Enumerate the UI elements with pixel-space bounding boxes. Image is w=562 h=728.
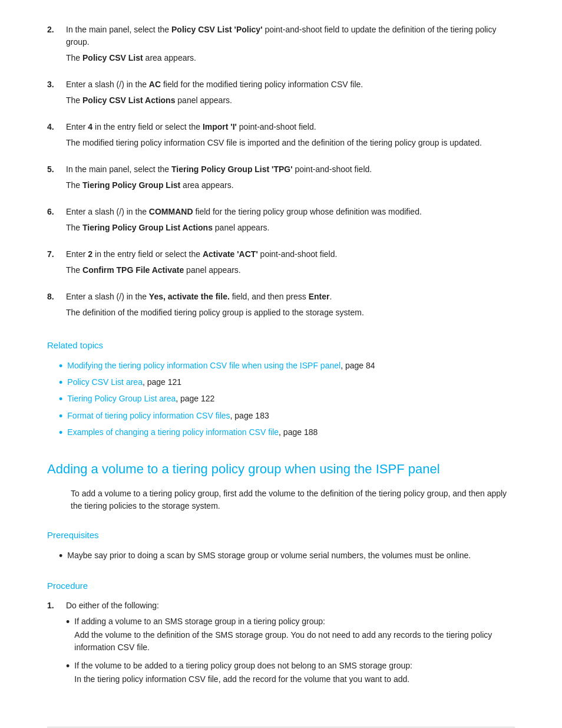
bullet-icon-4: •: [59, 410, 62, 423]
proc-step-1-content: Do either of the following: • If adding …: [66, 599, 515, 691]
proc-sub-1-content: If adding a volume to an SMS storage gro…: [74, 615, 515, 655]
related-link-2-text: Policy CSV List area, page 121: [67, 376, 181, 388]
step-3-main: Enter a slash (/) in the AC field for th…: [66, 78, 515, 91]
proc-step-1: 1. Do either of the following: • If addi…: [47, 599, 515, 691]
steps-list: 2. In the main panel, select the Policy …: [47, 24, 515, 322]
proc-sub-1-detail: Add the volume to the definition of the …: [74, 629, 515, 654]
step-5: 5. In the main panel, select the Tiering…: [47, 163, 515, 195]
proc-sub-1: • If adding a volume to an SMS storage g…: [66, 615, 515, 655]
chapter-intro: To add a volume to a tiering policy grou…: [71, 487, 515, 512]
step-2-main: In the main panel, select the Policy CSV…: [66, 24, 515, 48]
related-link-3: • Tiering Policy Group List area, page 1…: [59, 393, 515, 406]
step-7-content: Enter 2 in the entry field or select the…: [66, 248, 515, 280]
related-link-1-anchor[interactable]: Modifying the tiering policy information…: [67, 361, 340, 370]
proc-sub-list: • If adding a volume to an SMS storage g…: [66, 615, 515, 687]
step-2-result: The Policy CSV List area appears.: [66, 52, 515, 64]
step-6-main: Enter a slash (/) in the COMMAND field f…: [66, 206, 515, 218]
step-6-content: Enter a slash (/) in the COMMAND field f…: [66, 206, 515, 238]
step-7-result: The Confirm TPG File Activate panel appe…: [66, 264, 515, 276]
related-link-2-anchor[interactable]: Policy CSV List area: [67, 377, 143, 387]
step-6-num: 6.: [47, 206, 59, 238]
prerequisite-1: • Maybe say prior to doing a scan by SMS…: [59, 549, 515, 563]
step-8: 8. Enter a slash (/) in the Yes, activat…: [47, 291, 515, 322]
related-link-4: • Format of tiering policy information C…: [59, 410, 515, 423]
related-topics-title: Related topics: [47, 339, 515, 353]
related-link-5-anchor[interactable]: Examples of changing a tiering policy in…: [67, 427, 279, 437]
proc-step-1-num: 1.: [47, 599, 59, 691]
step-6: 6. Enter a slash (/) in the COMMAND fiel…: [47, 206, 515, 238]
related-link-5-text: Examples of changing a tiering policy in…: [67, 426, 318, 439]
step-4-content: Enter 4 in the entry field or select the…: [66, 121, 515, 153]
bullet-icon-3: •: [59, 393, 62, 406]
step-3-num: 3.: [47, 78, 59, 110]
bullet-icon-2: •: [59, 376, 62, 390]
step-2-num: 2.: [47, 24, 59, 68]
prereq-1-text: Maybe say prior to doing a scan by SMS s…: [67, 549, 471, 562]
prerequisites-list: • Maybe say prior to doing a scan by SMS…: [59, 549, 515, 563]
step-6-result: The Tiering Policy Group List Actions pa…: [66, 222, 515, 234]
page: 2. In the main panel, select the Policy …: [0, 0, 562, 728]
step-3-result: The Policy CSV List Actions panel appear…: [66, 94, 515, 107]
procedure-section: Procedure 1. Do either of the following:…: [47, 579, 515, 692]
step-7: 7. Enter 2 in the entry field or select …: [47, 248, 515, 280]
step-8-num: 8.: [47, 291, 59, 322]
prereq-bullet-1: •: [59, 549, 62, 563]
step-7-main: Enter 2 in the entry field or select the…: [66, 248, 515, 261]
related-link-1-text: Modifying the tiering policy information…: [67, 360, 375, 372]
proc-sub-2-detail: In the tiering policy information CSV fi…: [74, 673, 515, 686]
proc-sub-2-label: If the volume to be added to a tiering p…: [74, 660, 515, 672]
step-8-result: The definition of the modified tiering p…: [66, 307, 515, 319]
step-2: 2. In the main panel, select the Policy …: [47, 24, 515, 68]
step-4-result: The modified tiering policy information …: [66, 137, 515, 149]
step-2-content: In the main panel, select the Policy CSV…: [66, 24, 515, 68]
related-topics-section: Related topics • Modifying the tiering p…: [47, 339, 515, 440]
proc-step-1-main: Do either of the following:: [66, 599, 515, 612]
related-links-list: • Modifying the tiering policy informati…: [59, 360, 515, 440]
step-5-num: 5.: [47, 163, 59, 195]
related-link-4-text: Format of tiering policy information CSV…: [67, 410, 269, 422]
step-4-num: 4.: [47, 121, 59, 153]
procedure-title: Procedure: [47, 579, 515, 593]
step-4: 4. Enter 4 in the entry field or select …: [47, 121, 515, 153]
related-link-2: • Policy CSV List area, page 121: [59, 376, 515, 390]
step-3-content: Enter a slash (/) in the AC field for th…: [66, 78, 515, 110]
step-4-main: Enter 4 in the entry field or select the…: [66, 121, 515, 133]
step-8-main: Enter a slash (/) in the Yes, activate t…: [66, 291, 515, 303]
step-3: 3. Enter a slash (/) in the AC field for…: [47, 78, 515, 110]
proc-sub-bullet-2: •: [66, 660, 70, 673]
related-link-3-anchor[interactable]: Tiering Policy Group List area: [67, 394, 176, 403]
proc-sub-2-content: If the volume to be added to a tiering p…: [74, 660, 515, 687]
step-7-num: 7.: [47, 248, 59, 280]
step-5-content: In the main panel, select the Tiering Po…: [66, 163, 515, 195]
bullet-icon-1: •: [59, 360, 62, 373]
related-link-5: • Examples of changing a tiering policy …: [59, 426, 515, 440]
proc-sub-2: • If the volume to be added to a tiering…: [66, 660, 515, 687]
related-link-4-anchor[interactable]: Format of tiering policy information CSV…: [67, 411, 230, 420]
proc-sub-1-label: If adding a volume to an SMS storage gro…: [74, 615, 515, 628]
chapter-title: Adding a volume to a tiering policy grou…: [47, 461, 515, 478]
related-link-1: • Modifying the tiering policy informati…: [59, 360, 515, 373]
prerequisites-title: Prerequisites: [47, 529, 515, 542]
related-link-3-text: Tiering Policy Group List area, page 122: [67, 393, 214, 405]
step-5-result: The Tiering Policy Group List area appea…: [66, 179, 515, 192]
procedure-list: 1. Do either of the following: • If addi…: [47, 599, 515, 691]
proc-sub-bullet-1: •: [66, 615, 70, 629]
prerequisites-section: Prerequisites • Maybe say prior to doing…: [47, 529, 515, 563]
step-8-content: Enter a slash (/) in the Yes, activate t…: [66, 291, 515, 322]
step-5-main: In the main panel, select the Tiering Po…: [66, 163, 515, 176]
bullet-icon-5: •: [59, 426, 62, 440]
